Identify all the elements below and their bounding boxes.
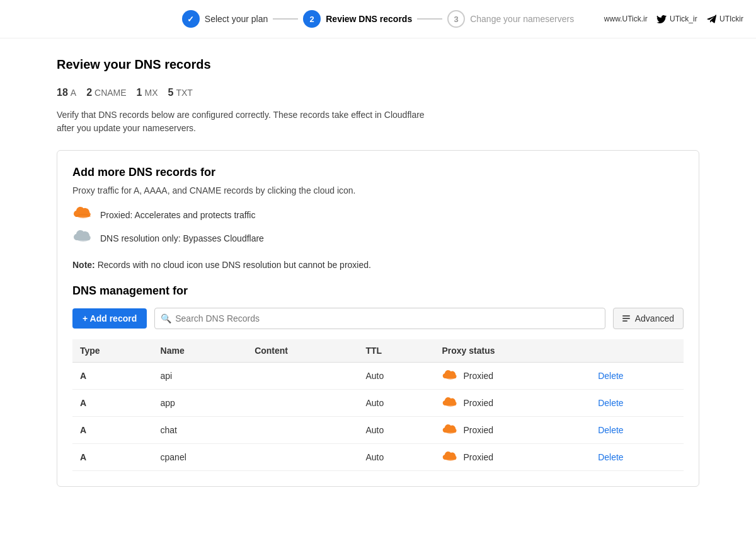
col-type: Type — [72, 339, 153, 363]
step-separator-1 — [273, 18, 298, 20]
advanced-label: Advanced — [635, 313, 674, 323]
count-cname: 2 CNAME — [86, 87, 126, 98]
table-body: AapiAuto Proxied DeleteAappAuto Proxied … — [72, 363, 684, 471]
step-3-number: 3 — [454, 15, 459, 24]
step-1-label: Select your plan — [205, 14, 268, 24]
stepper: ✓ Select your plan 2 Review DNS records … — [182, 10, 574, 28]
svg-point-1 — [76, 234, 91, 242]
note-bold: Note: — [72, 260, 95, 270]
search-icon: 🔍 — [161, 313, 171, 323]
dns-info-card: Add more DNS records for Proxy traffic f… — [57, 150, 699, 487]
verify-text: Verify that DNS records below are config… — [57, 108, 435, 135]
card-title: Add more DNS records for — [72, 166, 684, 179]
step-3-label: Change your nameservers — [470, 14, 574, 24]
cell-name: cpanel — [153, 444, 248, 471]
col-content: Content — [247, 339, 358, 363]
table-row: AcpanelAuto Proxied Delete — [72, 444, 684, 471]
delete-button[interactable]: Delete — [598, 398, 623, 408]
step-review-dns: 2 Review DNS records — [303, 10, 412, 28]
watermark-telegram: UTIckir — [706, 15, 743, 24]
cell-proxy: Proxied — [434, 363, 590, 390]
step-2-circle: 2 — [303, 10, 321, 28]
dns-only-label: DNS resolution only: Bypasses Cloudflare — [100, 233, 264, 243]
cell-name: chat — [153, 417, 248, 444]
cell-ttl: Auto — [358, 390, 434, 417]
table-header: Type Name Content TTL Proxy status — [72, 339, 684, 363]
note-text: Note: Records with no cloud icon use DNS… — [72, 259, 684, 272]
count-cname-type: CNAME — [94, 88, 127, 98]
cell-action[interactable]: Delete — [590, 417, 684, 444]
proxy-cell: Proxied — [442, 397, 583, 409]
svg-point-2 — [445, 373, 457, 380]
step-select-plan: ✓ Select your plan — [182, 10, 268, 28]
toolbar: + Add record 🔍 Advanced — [72, 308, 684, 329]
count-mx: 1 MX — [137, 87, 158, 98]
proxy-label: Proxied — [463, 425, 493, 435]
cell-proxy: Proxied — [434, 417, 590, 444]
delete-button[interactable]: Delete — [598, 452, 623, 462]
svg-point-5 — [445, 455, 457, 461]
count-mx-type: MX — [145, 88, 158, 98]
proxy-info: Proxied: Accelerates and protects traffi… — [72, 207, 684, 246]
cell-content — [247, 444, 358, 471]
note-body: Records with no cloud icon use DNS resol… — [95, 260, 371, 270]
proxy-label: Proxied — [463, 371, 493, 381]
step-2-number: 2 — [310, 15, 314, 24]
step-3-circle: 3 — [447, 10, 465, 28]
count-txt: 5 TXT — [168, 87, 193, 98]
proxied-item: Proxied: Accelerates and protects traffi… — [72, 207, 684, 223]
svg-point-3 — [445, 400, 457, 407]
step-change-nameservers: 3 Change your nameservers — [447, 10, 574, 28]
cell-ttl: Auto — [358, 417, 434, 444]
search-input[interactable] — [154, 308, 605, 329]
cell-action[interactable]: Delete — [590, 390, 684, 417]
advanced-button[interactable]: Advanced — [613, 308, 684, 329]
record-counts: 18 A 2 CNAME 1 MX 5 TXT — [57, 87, 699, 98]
cell-action[interactable]: Delete — [590, 444, 684, 471]
col-proxy-status: Proxy status — [434, 339, 590, 363]
cell-proxy: Proxied — [434, 390, 590, 417]
count-mx-num: 1 — [137, 87, 142, 98]
delete-button[interactable]: Delete — [598, 425, 623, 435]
row-orange-cloud-icon — [442, 370, 459, 382]
dns-mgmt-title: DNS management for — [72, 284, 684, 298]
row-orange-cloud-icon — [442, 424, 459, 436]
proxy-label: Proxied — [463, 452, 493, 462]
dns-only-item: DNS resolution only: Bypasses Cloudflare — [72, 230, 684, 246]
svg-point-4 — [445, 428, 457, 434]
header-bar: ✓ Select your plan 2 Review DNS records … — [0, 0, 756, 38]
table-row: AchatAuto Proxied Delete — [72, 417, 684, 444]
page-title: Review your DNS records — [57, 57, 699, 72]
delete-button[interactable]: Delete — [598, 371, 623, 381]
count-a-num: 18 — [57, 87, 68, 98]
row-orange-cloud-icon — [442, 397, 459, 409]
cell-action[interactable]: Delete — [590, 363, 684, 390]
cell-content — [247, 417, 358, 444]
cell-proxy: Proxied — [434, 444, 590, 471]
cell-content — [247, 390, 358, 417]
count-cname-num: 2 — [86, 87, 92, 98]
proxied-label: Proxied: Accelerates and protects traffi… — [100, 210, 255, 220]
table-row: AapiAuto Proxied Delete — [72, 363, 684, 390]
watermark-url: www.UTick.ir — [604, 15, 648, 23]
cell-type: A — [72, 363, 153, 390]
dns-table: Type Name Content TTL Proxy status AapiA… — [72, 339, 684, 471]
step-2-label: Review DNS records — [326, 14, 412, 24]
step-1-circle: ✓ — [182, 10, 200, 28]
advanced-icon — [622, 315, 630, 322]
cell-type: A — [72, 444, 153, 471]
col-actions — [590, 339, 684, 363]
cell-type: A — [72, 417, 153, 444]
proxy-cell: Proxied — [442, 452, 583, 463]
cell-name: app — [153, 390, 248, 417]
checkmark-icon: ✓ — [187, 15, 194, 24]
orange-cloud-icon — [72, 207, 94, 223]
cell-type: A — [72, 390, 153, 417]
gray-cloud-icon — [72, 230, 94, 246]
cell-ttl: Auto — [358, 363, 434, 390]
proxy-cell: Proxied — [442, 424, 583, 436]
watermark-twitter: UTick_ir — [656, 15, 697, 24]
cell-ttl: Auto — [358, 444, 434, 471]
proxy-cell: Proxied — [442, 370, 583, 382]
add-record-button[interactable]: + Add record — [72, 308, 147, 329]
